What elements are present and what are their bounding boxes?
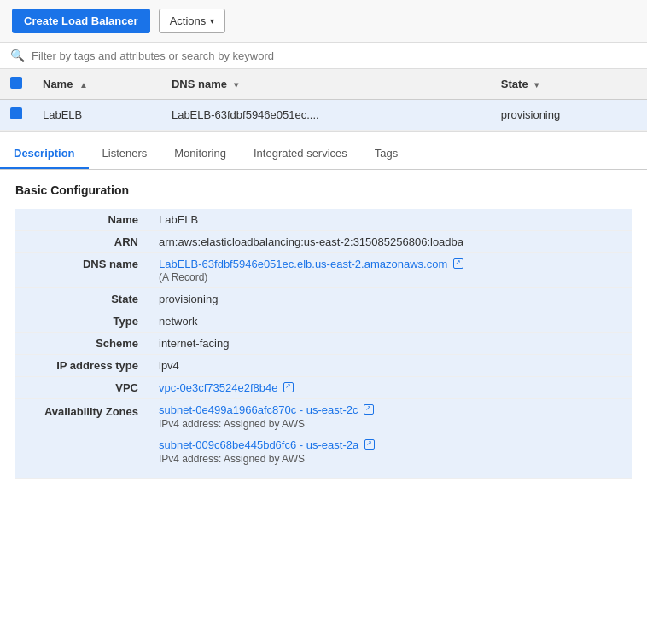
az2-link[interactable]: subnet-009c68be445bd6fc6 - us-east-2a: [159, 438, 358, 451]
az-entry-2: subnet-009c68be445bd6fc6 - us-east-2a IP…: [159, 438, 625, 465]
detail-value-dns: LabELB-63fdbf5946e051ec.elb.us-east-2.am…: [152, 253, 632, 288]
az-entry-1: subnet-0e499a1966afc870c - us-east-2c IP…: [159, 403, 625, 430]
actions-label: Actions: [170, 15, 207, 27]
detail-row-az: Availability Zones subnet-0e499a1966afc8…: [15, 399, 632, 479]
tab-integrated-services[interactable]: Integrated services: [240, 139, 361, 169]
dns-record-type: (A Record): [159, 271, 207, 283]
row-state: provisioning: [491, 100, 647, 131]
detail-value-scheme: internet-facing: [152, 333, 632, 355]
col-name: Name ▲: [32, 69, 161, 100]
detail-value-name: LabELB: [152, 209, 632, 231]
chevron-down-icon: ▾: [210, 16, 214, 26]
az1-sub: IPv4 address: Assigned by AWS: [159, 418, 625, 430]
sort-state-icon[interactable]: ▾: [534, 80, 539, 90]
table-row[interactable]: LabELB LabELB-63fdbf5946e051ec.... provi…: [0, 100, 647, 131]
detail-value-ip-type: ipv4: [152, 355, 632, 377]
row-checkbox[interactable]: [10, 107, 22, 119]
detail-row-name: Name LabELB: [15, 209, 632, 231]
search-icon: 🔍: [10, 49, 25, 62]
col-state: State ▾: [491, 69, 647, 100]
detail-row-dns: DNS name LabELB-63fdbf5946e051ec.elb.us-…: [15, 253, 632, 288]
load-balancer-table: Name ▲ DNS name ▾ State ▾ LabELB Lab: [0, 69, 647, 132]
az2-external-link-icon: [364, 439, 375, 450]
external-link-icon: [453, 258, 463, 269]
detail-row-ip-type: IP address type ipv4: [15, 355, 632, 377]
tab-description[interactable]: Description: [0, 139, 89, 169]
sort-dns-icon[interactable]: ▾: [234, 80, 238, 90]
detail-value-vpc: vpc-0e3cf73524e2f8b4e: [152, 377, 632, 399]
select-all-checkbox[interactable]: [10, 77, 22, 89]
dns-link[interactable]: LabELB-63fdbf5946e051ec.elb.us-east-2.am…: [159, 258, 447, 270]
header-checkbox-col: [0, 69, 32, 100]
detail-tabs: Description Listeners Monitoring Integra…: [0, 139, 647, 170]
sort-name-icon[interactable]: ▲: [79, 80, 88, 90]
detail-row-type: Type network: [15, 310, 632, 333]
toolbar: Create Load Balancer Actions ▾: [0, 0, 647, 43]
tab-tags[interactable]: Tags: [361, 139, 411, 169]
az1-external-link-icon: [364, 404, 374, 415]
tab-listeners[interactable]: Listeners: [89, 139, 161, 169]
actions-button[interactable]: Actions ▾: [159, 9, 226, 33]
vpc-external-link-icon: [283, 382, 294, 392]
vpc-link[interactable]: vpc-0e3cf73524e2f8b4e: [159, 381, 278, 394]
section-title: Basic Configuration: [15, 183, 632, 197]
detail-row-state: State provisioning: [15, 288, 632, 310]
detail-value-type: network: [152, 310, 632, 333]
detail-row-arn: ARN arn:aws:elasticloadbalancing:us-east…: [15, 231, 632, 253]
search-input[interactable]: [32, 49, 637, 62]
detail-row-vpc: VPC vpc-0e3cf73524e2f8b4e: [15, 377, 632, 399]
description-panel: Basic Configuration Name LabELB ARN arn:…: [0, 170, 647, 492]
create-load-balancer-button[interactable]: Create Load Balancer: [12, 9, 150, 33]
detail-value-state: provisioning: [152, 288, 632, 310]
detail-value-az: subnet-0e499a1966afc870c - us-east-2c IP…: [152, 399, 632, 479]
search-bar: 🔍: [0, 43, 647, 69]
col-dns-name: DNS name ▾: [161, 69, 491, 100]
detail-row-scheme: Scheme internet-facing: [15, 333, 632, 355]
tab-monitoring[interactable]: Monitoring: [160, 139, 240, 169]
az2-sub: IPv4 address: Assigned by AWS: [159, 453, 625, 465]
row-name: LabELB: [32, 100, 161, 131]
row-dns-name: LabELB-63fdbf5946e051ec....: [161, 100, 491, 131]
az1-link[interactable]: subnet-0e499a1966afc870c - us-east-2c: [159, 403, 358, 416]
detail-table: Name LabELB ARN arn:aws:elasticloadbalan…: [15, 209, 632, 479]
detail-value-arn: arn:aws:elasticloadbalancing:us-east-2:3…: [152, 231, 632, 253]
